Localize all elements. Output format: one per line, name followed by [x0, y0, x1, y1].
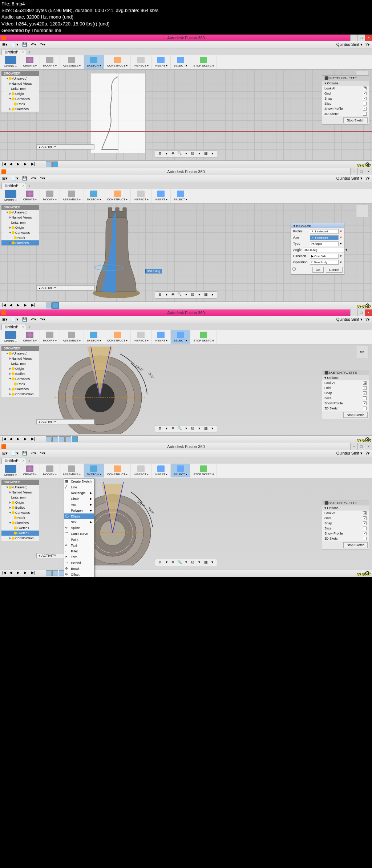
display-icon[interactable]: ▦	[203, 292, 208, 297]
timeline-fwd[interactable]: ▶	[24, 162, 29, 167]
browser-sketches[interactable]: Sketches	[1, 520, 39, 525]
grid-icon[interactable]: ⊞▾	[2, 317, 8, 322]
timeline-back[interactable]: ◀	[9, 303, 15, 308]
orbit-icon[interactable]: ⊕	[157, 151, 162, 156]
angle-field[interactable]	[303, 248, 344, 252]
viewcube[interactable]	[356, 205, 368, 217]
palette-3d[interactable]: 3D Sketch	[322, 536, 369, 541]
browser-named-views[interactable]: Named Views	[1, 81, 39, 86]
fit-icon[interactable]: ⊡	[190, 292, 195, 297]
maximize-button[interactable]: □	[357, 443, 365, 450]
palette-options-header[interactable]: ▾ Options	[322, 375, 369, 380]
timeline-op[interactable]	[72, 436, 78, 442]
palette-3d[interactable]: 3D Sketch	[322, 111, 369, 116]
axis-clear[interactable]: ×	[340, 236, 342, 239]
fit-icon[interactable]: ⊡	[190, 560, 195, 565]
ctx-conic[interactable]: ⌒Conic curve	[64, 531, 94, 537]
select-button[interactable]: SELECT ▾	[171, 464, 190, 477]
sketch-button[interactable]: SKETCH ▾	[84, 464, 104, 477]
ctx-circle[interactable]: Circle▶	[64, 496, 94, 502]
info-icon[interactable]: ⓘ	[292, 267, 296, 273]
assemble-button[interactable]: ASSEMBLE ▾	[60, 55, 84, 69]
undo-icon[interactable]: ↶▾	[31, 42, 36, 47]
file-icon[interactable]: 📄▾	[11, 42, 19, 47]
redo-icon[interactable]: ↷▾	[40, 42, 45, 47]
model-button[interactable]: MODEL ▾	[1, 189, 20, 203]
ctx-fillet[interactable]: ⌐Fillet	[64, 548, 94, 554]
timeline-fwd[interactable]: ▶	[24, 571, 29, 576]
timeline-op[interactable]	[59, 436, 65, 442]
tab-close-icon[interactable]: ×	[23, 184, 24, 188]
orbit-icon[interactable]: ⊕	[157, 292, 162, 297]
create-button[interactable]: CREATE ▾	[20, 330, 40, 344]
grid-icon[interactable]: ⊞▾	[2, 176, 8, 181]
fit-icon[interactable]: ⊡	[190, 151, 195, 156]
minimize-button[interactable]: –	[350, 309, 357, 316]
redo-icon[interactable]: ↷▾	[40, 451, 45, 456]
new-tab-button[interactable]: +	[28, 325, 31, 330]
maximize-button[interactable]: □	[357, 309, 365, 316]
stop-sketch-button[interactable]: STOP SKETCH	[190, 55, 217, 69]
timeline-start[interactable]: |◀	[2, 162, 7, 167]
insert-button[interactable]: INSERT ▾	[152, 464, 171, 477]
browser-root[interactable]: (Unsaved)	[1, 210, 39, 215]
close-button[interactable]: ×	[365, 168, 372, 175]
operation-select[interactable]: □ New Body	[310, 260, 339, 265]
assemble-button[interactable]: ASSEMBLE ▾	[60, 189, 84, 203]
browser-rook[interactable]: Rook	[1, 515, 39, 520]
ctx-break[interactable]: ⊘Break	[64, 566, 94, 572]
zoom-icon[interactable]: 🔍	[177, 560, 182, 565]
help-icon[interactable]: ?▾	[365, 451, 370, 456]
select-button[interactable]: SELECT ▾	[171, 330, 190, 344]
zoom-icon[interactable]: 🔍	[177, 151, 182, 156]
assemble-button[interactable]: ASSEMBLE ▾	[60, 464, 84, 477]
browser-root[interactable]: (Unsaved)	[1, 351, 39, 356]
timeline-back[interactable]: ◀	[9, 162, 15, 167]
model-button[interactable]: MODEL ▾	[1, 55, 20, 69]
close-button[interactable]: ×	[365, 35, 372, 41]
pan-icon[interactable]: ✥	[170, 560, 175, 565]
palette-header[interactable]: ⬛ SKETCH PALETTE	[322, 500, 369, 505]
palette-slice[interactable]: Slice	[322, 526, 369, 531]
activity-bar[interactable]: ▸ ACTIVITY	[36, 144, 94, 149]
revolve-header[interactable]: ● REVOLVE	[291, 223, 344, 228]
palette-stop-sketch[interactable]: Stop Sketch	[343, 412, 368, 418]
construct-button[interactable]: CONSTRUCT ▾	[104, 330, 131, 344]
browser-origin[interactable]: Origin	[1, 91, 39, 96]
close-button[interactable]: ×	[365, 443, 372, 450]
new-tab-button[interactable]: +	[28, 50, 31, 55]
sketch-button[interactable]: SKETCH ▾	[84, 330, 104, 344]
timeline-op[interactable]	[65, 436, 71, 442]
display-icon[interactable]: ▦	[203, 426, 208, 431]
palette-slice[interactable]: Slice	[322, 101, 369, 106]
create-button[interactable]: CREATE ▾	[20, 464, 40, 477]
ctx-create-sketch[interactable]: ▦Create Sketch	[64, 479, 94, 484]
display-icon[interactable]: ▦	[203, 151, 208, 156]
palette-3d[interactable]: 3D Sketch	[322, 406, 369, 411]
timeline-fwd[interactable]: ▶	[24, 437, 29, 442]
tab-close-icon[interactable]: ×	[23, 325, 24, 329]
file-icon[interactable]: 📄▾	[11, 451, 19, 456]
navigation-bar[interactable]: ⊕▾✥🔍▾⊡▾▦▾	[155, 150, 217, 157]
modify-button[interactable]: MODIFY ▾	[40, 55, 60, 69]
browser-rook[interactable]: Rook	[1, 235, 39, 240]
ctx-ellipse[interactable]: ◯Ellipse	[64, 513, 94, 519]
select-button[interactable]: SELECT ▾	[171, 189, 190, 203]
create-button[interactable]: CREATE ▾	[20, 189, 40, 203]
help-icon[interactable]: ?▾	[365, 42, 370, 47]
timeline-op[interactable]	[46, 570, 52, 576]
pan-icon[interactable]: ✥	[170, 426, 175, 431]
ctx-slot[interactable]: Slot▶	[64, 519, 94, 525]
timeline-end[interactable]: ▶|	[31, 571, 36, 576]
timeline-op[interactable]	[46, 436, 52, 442]
zoom-icon[interactable]: 🔍	[177, 426, 182, 431]
document-tab[interactable]: Untitled*×	[1, 49, 26, 55]
navigation-bar[interactable]: ⊕▾✥🔍▾⊡▾▦▾	[155, 291, 217, 299]
timeline-op[interactable]	[52, 570, 58, 576]
stop-sketch-button[interactable]: STOP SKETCH	[190, 330, 217, 344]
browser-named-views[interactable]: Named Views	[1, 215, 39, 220]
timeline-play[interactable]: ▶	[17, 571, 22, 576]
browser-named-views[interactable]: Named Views	[1, 490, 39, 495]
user-menu[interactable]: Quintus Smit ▾	[336, 451, 363, 456]
palette-header[interactable]: ⬛ SKETCH PALETTE	[322, 370, 369, 375]
